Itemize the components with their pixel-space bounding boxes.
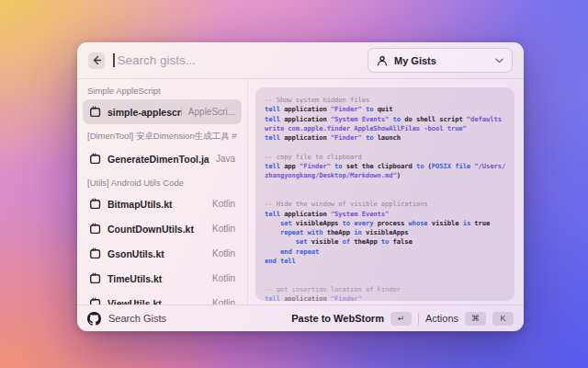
section-header: [Utils] Android Utils Code <box>87 178 237 188</box>
search-input[interactable] <box>116 52 360 68</box>
gist-list-item[interactable]: ViewUtils.kt Kotlin <box>83 291 242 305</box>
code-content: -- Show system hidden filestell applicat… <box>265 96 505 301</box>
gist-list-item[interactable]: simple-applescript.a... AppleScri... <box>83 99 242 124</box>
gist-language: AppleScri... <box>188 107 235 117</box>
github-logo-icon <box>87 312 101 326</box>
code-line: set visibleApps to every process whose v… <box>265 219 505 228</box>
scope-dropdown-label: My Gists <box>394 55 489 66</box>
gist-list-item[interactable]: GsonUtils.kt Kotlin <box>83 241 242 266</box>
gist-list: Simple AppleScript simple-applescript.a.… <box>77 79 248 305</box>
person-icon <box>377 55 388 66</box>
gist-icon <box>89 297 101 305</box>
code-line: tell application "System Events" to do s… <box>265 115 505 124</box>
gist-icon <box>89 247 101 259</box>
primary-action-button[interactable]: Paste to WebStorm <box>291 313 384 324</box>
content: Simple AppleScript simple-applescript.a.… <box>77 79 524 305</box>
code-line: tell application "Finder" to launch <box>265 133 505 143</box>
code-line: -- get insertion location of Finder <box>265 285 505 294</box>
section-header: Simple AppleScript <box>87 86 237 96</box>
code-line <box>265 181 505 190</box>
code-line: -- Show system hidden files <box>265 96 505 105</box>
code-line: -- Hide the window of visible applicatio… <box>265 200 505 209</box>
gist-list-item[interactable]: GenerateDimenTool.java Java <box>83 146 242 171</box>
code-line: end tell <box>265 257 505 266</box>
back-button[interactable] <box>88 52 105 69</box>
gist-icon <box>89 198 101 210</box>
gist-language: Kotlin <box>212 273 235 283</box>
footer-divider <box>418 313 419 325</box>
code-line: repeat with theApp in visibleApps <box>265 228 505 237</box>
code-preview-panel[interactable]: -- Show system hidden filestell applicat… <box>255 87 514 301</box>
gist-language: Java <box>216 154 235 164</box>
gist-title: GenerateDimenTool.java <box>107 154 209 165</box>
gist-icon <box>89 106 101 118</box>
chevron-down-icon <box>495 58 503 63</box>
code-line: -- copy file to clipboard <box>265 153 505 162</box>
scope-dropdown[interactable]: My Gists <box>368 48 513 73</box>
code-line: zhangyongkang/Desktop/Markdown.md") <box>265 171 505 180</box>
code-line: write com.apple.finder AppleShowAllFiles… <box>265 124 505 133</box>
arrow-left-icon <box>92 55 102 65</box>
actions-button[interactable]: Actions <box>425 313 458 324</box>
code-line <box>265 190 505 200</box>
code-line: tell application "System Events" <box>265 210 505 219</box>
gist-search-window: My Gists Simple AppleScript simple-apple… <box>77 42 524 331</box>
gist-list-item[interactable]: TimeUtils.kt Kotlin <box>83 266 242 291</box>
gist-title: CountDownUtils.kt <box>107 224 206 235</box>
gist-title: BitmapUtils.kt <box>107 199 206 210</box>
detail-panel: -- Show system hidden filestell applicat… <box>248 79 524 305</box>
code-line: tell application "Finder" to quit <box>265 105 505 114</box>
header: My Gists <box>77 42 524 79</box>
code-line <box>265 266 505 275</box>
gist-language: Kotlin <box>212 248 235 259</box>
gist-icon <box>89 223 101 235</box>
gist-title: ViewUtils.kt <box>107 298 206 305</box>
text-caret <box>113 53 115 67</box>
gist-language: Kotlin <box>212 199 235 209</box>
gist-icon <box>89 153 101 165</box>
code-line: set visible of theApp to false <box>265 237 505 247</box>
gist-title: TimeUtils.kt <box>107 273 206 284</box>
cmd-key-badge: ⌘ <box>465 312 486 326</box>
code-line <box>265 143 505 152</box>
code-line: end repeat <box>265 247 505 257</box>
gist-language: Kotlin <box>212 298 235 305</box>
gist-title: GsonUtils.kt <box>107 248 206 259</box>
gist-list-item[interactable]: CountDownUtils.kt Kotlin <box>83 216 242 241</box>
code-line: tell app "Finder" to set the clipboard t… <box>265 162 505 171</box>
return-key-badge: ↵ <box>390 312 412 326</box>
footer-bar: Search Gists Paste to WebStorm ↵ Actions… <box>77 305 524 331</box>
k-key-badge: K <box>492 312 514 326</box>
gist-icon <box>89 272 101 284</box>
gist-list-item[interactable]: BitmapUtils.kt Kotlin <box>83 191 242 216</box>
code-line: tell application "Finder" <box>265 294 505 301</box>
gist-language: Kotlin <box>212 224 235 234</box>
code-line <box>265 276 505 285</box>
section-header: [DimenTool] 安卓Dimension生成工具 #Java <box>87 131 237 143</box>
gist-title: simple-applescript.a... <box>107 107 182 118</box>
footer-app-label: Search Gists <box>108 313 166 324</box>
